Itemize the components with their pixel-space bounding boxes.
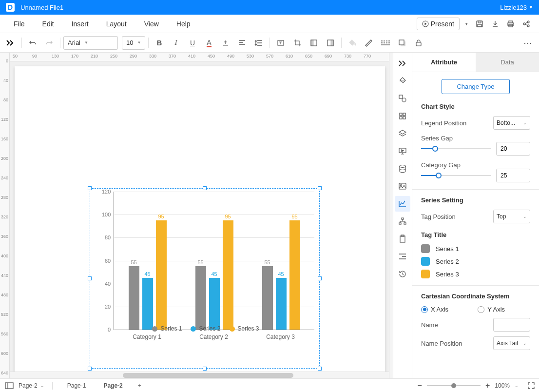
tag-position-select[interactable]: Top⌄: [493, 210, 530, 223]
zoom-out-button[interactable]: −: [418, 381, 422, 390]
series-color-swatch[interactable]: [421, 244, 430, 253]
shadow-button[interactable]: [394, 35, 410, 51]
font-select[interactable]: Arial▼: [63, 36, 118, 50]
zoom-value[interactable]: 100%: [495, 382, 510, 389]
menu-file[interactable]: File: [5, 20, 34, 28]
series-gap-slider[interactable]: [421, 144, 491, 154]
bold-button[interactable]: B: [152, 35, 167, 51]
menu-layout[interactable]: Layout: [97, 20, 135, 28]
category-gap-input[interactable]: [496, 169, 530, 182]
zoom-slider[interactable]: [427, 385, 481, 386]
category-gap-slider[interactable]: [421, 171, 491, 180]
orgchart-icon[interactable]: [395, 214, 410, 229]
vertical-scrollbar[interactable]: [389, 53, 393, 378]
underline-button[interactable]: U: [185, 35, 200, 51]
export-icon[interactable]: [490, 19, 500, 29]
line-spacing-button[interactable]: [251, 35, 267, 51]
tab-data[interactable]: Data: [476, 53, 539, 72]
menu-view[interactable]: View: [135, 20, 168, 28]
highlight-button[interactable]: [218, 35, 233, 51]
bar[interactable]: 55: [262, 266, 273, 330]
resize-handle[interactable]: [318, 367, 322, 371]
change-type-button[interactable]: Change Type: [442, 79, 509, 94]
series-color-swatch[interactable]: [421, 257, 430, 266]
page-tab-1[interactable]: Page-1: [60, 380, 93, 391]
theme-icon[interactable]: [395, 73, 410, 89]
align-panel-icon[interactable]: [395, 249, 410, 264]
bar[interactable]: 95: [156, 220, 167, 330]
text-box-button[interactable]: [273, 35, 289, 51]
add-page-button[interactable]: ＋: [134, 378, 145, 392]
resize-handle[interactable]: [203, 367, 207, 371]
fullscreen-button[interactable]: [527, 382, 535, 390]
share-icon[interactable]: [521, 19, 531, 29]
position-right-button[interactable]: [323, 35, 338, 51]
position-left-button[interactable]: [306, 35, 322, 51]
crop-button[interactable]: [289, 35, 305, 51]
font-size-select[interactable]: 10▼: [122, 36, 145, 50]
menu-insert[interactable]: Insert: [63, 20, 97, 28]
print-icon[interactable]: [506, 19, 516, 29]
line-style-button[interactable]: [378, 35, 393, 51]
image-icon[interactable]: [395, 178, 410, 194]
font-size: 10: [126, 39, 133, 46]
page-view-icon[interactable]: [4, 381, 15, 391]
grid-icon[interactable]: [395, 108, 410, 124]
italic-button[interactable]: I: [168, 35, 184, 51]
bar[interactable]: 45: [209, 278, 220, 330]
legend-position-select[interactable]: Botto...⌄: [493, 116, 530, 130]
save-icon[interactable]: [475, 19, 484, 29]
series-color-swatch[interactable]: [421, 270, 430, 278]
resize-handle[interactable]: [88, 186, 92, 190]
clipboard-icon[interactable]: [395, 231, 410, 247]
canvas[interactable]: 554595554595554595 Series 1Series 2Serie…: [10, 61, 389, 372]
bar[interactable]: 55: [129, 266, 139, 330]
chart-selection[interactable]: 554595554595554595 Series 1Series 2Serie…: [90, 188, 320, 369]
axis-name-input[interactable]: [493, 318, 530, 332]
bar[interactable]: 45: [276, 278, 287, 330]
redo-button[interactable]: [41, 35, 57, 51]
more-button[interactable]: ⋯: [520, 35, 536, 51]
series-gap-input[interactable]: [496, 142, 530, 156]
tag-series-row[interactable]: Series 1: [421, 244, 530, 253]
bar[interactable]: 45: [142, 278, 153, 330]
radio-xaxis[interactable]: X Axis: [421, 306, 448, 313]
bar[interactable]: 95: [289, 220, 300, 330]
bar[interactable]: 55: [195, 266, 206, 330]
present-dropdown[interactable]: ▾: [465, 21, 468, 26]
resize-handle[interactable]: [318, 276, 322, 280]
tag-series-row[interactable]: Series 2: [421, 257, 530, 266]
resize-handle[interactable]: [203, 186, 207, 190]
fill-color-button[interactable]: [345, 35, 360, 51]
shapes-icon[interactable]: [395, 91, 410, 106]
page-tab-2[interactable]: Page-2: [96, 380, 129, 391]
tab-attribute[interactable]: Attribute: [412, 53, 476, 72]
expand-panel-icon[interactable]: [3, 35, 19, 51]
horizontal-scrollbar[interactable]: [10, 372, 389, 378]
tag-series-row[interactable]: Series 3: [421, 270, 530, 278]
database-icon[interactable]: [395, 161, 410, 176]
resize-handle[interactable]: [88, 367, 92, 371]
line-color-button[interactable]: [361, 35, 377, 51]
menu-help[interactable]: Help: [168, 20, 199, 28]
present-button[interactable]: Present: [417, 18, 460, 30]
resize-handle[interactable]: [318, 186, 322, 190]
font-color-button[interactable]: A: [201, 35, 217, 51]
chart-panel-icon[interactable]: [395, 196, 410, 212]
name-position-select[interactable]: Axis Tail⌄: [493, 336, 530, 350]
align-button[interactable]: [234, 35, 250, 51]
presentation-icon[interactable]: [395, 143, 410, 159]
layers-icon[interactable]: [395, 126, 410, 141]
page-selector[interactable]: Page-2⌄: [19, 382, 44, 389]
resize-handle[interactable]: [88, 276, 92, 280]
lock-button[interactable]: [411, 35, 426, 51]
page[interactable]: 554595554595554595 Series 1Series 2Serie…: [15, 66, 385, 372]
radio-yaxis[interactable]: Y Axis: [478, 306, 505, 313]
user-menu[interactable]: Lizzie123 ▼: [500, 4, 533, 11]
collapse-panel-icon[interactable]: [395, 56, 410, 71]
zoom-in-button[interactable]: +: [485, 381, 490, 390]
menu-edit[interactable]: Edit: [34, 20, 63, 28]
history-icon[interactable]: [395, 266, 410, 282]
bar[interactable]: 95: [223, 220, 233, 330]
undo-button[interactable]: [25, 35, 40, 51]
